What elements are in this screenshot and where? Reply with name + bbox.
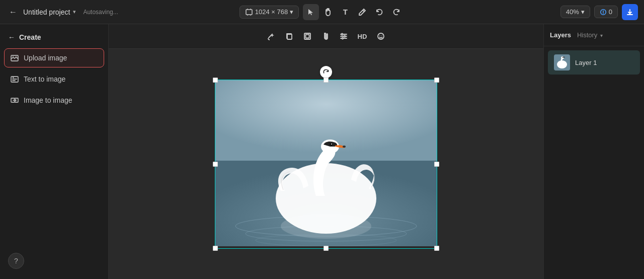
handle-middle-left[interactable] xyxy=(213,162,218,167)
back-button[interactable]: ← xyxy=(6,5,20,19)
rotate-icon xyxy=(323,68,330,76)
export-icon xyxy=(626,8,634,16)
magic-wand-button[interactable] xyxy=(263,28,279,44)
svg-rect-0 xyxy=(246,10,252,15)
project-chevron[interactable]: ▾ xyxy=(73,9,76,15)
handle-top-center[interactable] xyxy=(324,78,329,83)
select-icon xyxy=(307,8,315,16)
topbar: ← Untitled project ▾ Autosaving... 1024 … xyxy=(0,0,644,24)
autosave-status: Autosaving... xyxy=(83,9,118,16)
canvas-area: HD xyxy=(109,24,543,279)
topbar-center: 1024 × 768 ▾ T xyxy=(239,4,405,20)
zoom-chevron: ▾ xyxy=(581,8,585,16)
hand-icon xyxy=(324,8,332,16)
select-tool-button[interactable] xyxy=(303,4,319,20)
topbar-right: 40% ▾ 0 xyxy=(409,4,638,20)
main-layout: ← Create Upload image Text to image xyxy=(0,24,644,279)
layer-item-1[interactable]: Layer 1 xyxy=(548,50,640,75)
canvas-size-icon xyxy=(245,8,253,16)
panel-tabs: Layers History ▾ xyxy=(544,24,644,46)
sidebar-back-icon: ← xyxy=(8,33,15,41)
svg-point-23 xyxy=(343,146,346,148)
sidebar-item-image-to-image[interactable]: Image to image xyxy=(4,91,104,110)
handle-bottom-center[interactable] xyxy=(324,246,329,251)
layer-thumbnail xyxy=(554,54,570,71)
tab-history[interactable]: History ▾ xyxy=(577,29,603,41)
export-button[interactable] xyxy=(622,4,638,20)
handle-bottom-right[interactable] xyxy=(434,246,439,251)
layer-1-name: Layer 1 xyxy=(575,59,597,66)
handle-top-left[interactable] xyxy=(213,78,218,83)
undo-button[interactable] xyxy=(371,4,387,20)
face-icon xyxy=(377,32,385,40)
canvas-content xyxy=(109,49,543,279)
text-to-image-icon xyxy=(11,75,19,83)
credits-label: 0 xyxy=(609,8,612,16)
layer-thumb-svg xyxy=(554,54,570,71)
adjust-button[interactable] xyxy=(336,28,352,44)
canvas-image xyxy=(215,80,437,246)
svg-rect-7 xyxy=(287,34,292,39)
upload-image-icon xyxy=(11,54,19,62)
sidebar-title: Create xyxy=(19,33,41,41)
project-name: Untitled project xyxy=(23,8,70,16)
svg-point-10 xyxy=(341,34,343,35)
zoom-label: 40% xyxy=(566,8,579,16)
undo-icon xyxy=(375,8,383,16)
canvas-size-label: 1024 × 768 xyxy=(255,8,288,16)
hd-button[interactable]: HD xyxy=(354,31,371,42)
text-tool-icon: T xyxy=(343,8,348,16)
sidebar-footer: ? xyxy=(4,249,104,273)
face-button[interactable] xyxy=(373,28,389,44)
redo-button[interactable] xyxy=(388,4,405,20)
svg-point-11 xyxy=(344,36,345,37)
clip-icon xyxy=(321,32,330,40)
upload-image-label: Upload image xyxy=(24,54,67,62)
sidebar: ← Create Upload image Text to image xyxy=(0,24,109,279)
topbar-left: ← Untitled project ▾ Autosaving... xyxy=(6,5,235,19)
right-panel: Layers History ▾ Layer 1 xyxy=(543,24,644,279)
canvas-size-button[interactable]: 1024 × 768 ▾ xyxy=(239,6,299,19)
history-chevron: ▾ xyxy=(600,33,603,38)
svg-point-15 xyxy=(382,35,383,36)
magic-wand-icon xyxy=(267,32,275,40)
svg-point-28 xyxy=(557,60,567,68)
svg-point-12 xyxy=(342,38,343,39)
svg-point-14 xyxy=(380,35,381,36)
svg-point-13 xyxy=(378,33,384,39)
rotate-handle[interactable] xyxy=(320,66,332,78)
frame-button[interactable] xyxy=(299,28,315,44)
redo-icon xyxy=(392,8,400,16)
tab-layers[interactable]: Layers xyxy=(550,29,571,41)
svg-point-25 xyxy=(331,144,332,145)
sidebar-item-upload-image[interactable]: Upload image xyxy=(4,48,104,67)
handle-top-right[interactable] xyxy=(434,78,439,83)
toolbar-tools: T xyxy=(303,4,405,20)
credits-button[interactable]: 0 xyxy=(594,6,618,18)
svg-point-24 xyxy=(330,143,333,146)
hd-label: HD xyxy=(358,33,367,40)
text-tool-button[interactable]: T xyxy=(337,4,353,20)
svg-rect-9 xyxy=(305,35,309,38)
canvas-size-chevron: ▾ xyxy=(290,8,293,16)
help-icon: ? xyxy=(14,257,18,265)
help-button[interactable]: ? xyxy=(8,253,24,269)
pen-tool-button[interactable] xyxy=(354,4,370,20)
copy-button[interactable] xyxy=(281,28,297,44)
zoom-button[interactable]: 40% ▾ xyxy=(560,6,590,18)
sidebar-item-text-to-image[interactable]: Text to image xyxy=(4,69,104,89)
canvas-toolbar: HD xyxy=(109,24,543,49)
text-to-image-label: Text to image xyxy=(24,75,65,83)
image-to-image-label: Image to image xyxy=(24,96,72,104)
adjust-icon xyxy=(340,32,348,40)
handle-middle-right[interactable] xyxy=(434,162,439,167)
credits-icon xyxy=(600,9,607,16)
image-to-image-icon xyxy=(11,96,19,104)
svg-point-26 xyxy=(281,214,371,239)
frame-icon xyxy=(303,32,311,40)
sidebar-header: ← Create xyxy=(4,30,104,46)
clip-button[interactable] xyxy=(317,28,334,44)
hand-tool-button[interactable] xyxy=(320,4,336,20)
handle-bottom-left[interactable] xyxy=(213,246,218,251)
image-frame[interactable] xyxy=(215,80,437,249)
